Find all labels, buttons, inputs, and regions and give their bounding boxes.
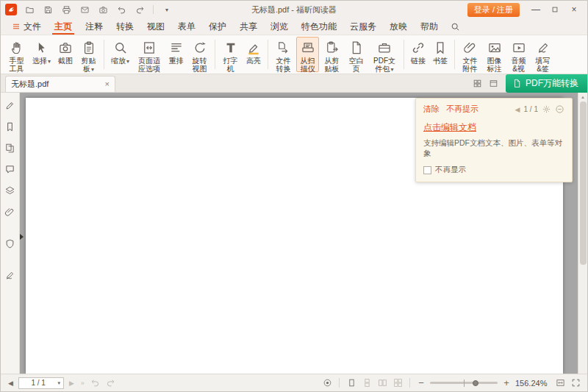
blank-page-icon — [349, 40, 364, 55]
snapshot-button[interactable]: 截图 — [55, 37, 76, 72]
previous-view-icon[interactable] — [90, 377, 101, 389]
zoom-slider-thumb[interactable] — [473, 380, 478, 386]
continuous-view-icon[interactable] — [361, 377, 373, 389]
menu-tab-features[interactable]: 特色功能 — [295, 18, 343, 35]
tab-grid-view-icon[interactable] — [469, 74, 485, 92]
edit-document-link[interactable]: 点击编辑文档 — [423, 121, 476, 134]
notify-prev-icon[interactable]: ◀ — [515, 106, 520, 113]
reflow-button[interactable]: 重排 — [166, 37, 187, 72]
menu-tab-cloud[interactable]: 云服务 — [343, 18, 383, 35]
blank-page-button[interactable]: 空白页 — [345, 37, 368, 72]
sidebar-page-thumbnails-icon[interactable] — [4, 141, 17, 154]
snapshot-quick-icon[interactable] — [96, 3, 110, 16]
select-tool-button[interactable]: 选择▾ — [29, 37, 54, 72]
scroll-up-icon[interactable]: ▲ — [581, 93, 585, 101]
cursor-icon — [35, 40, 49, 55]
new-window-icon[interactable] — [485, 74, 501, 92]
vertical-scrollbar[interactable]: ▲ — [578, 93, 587, 374]
document-viewer[interactable]: 清除 不再提示 ◀ 1 / 1 点击编辑文档 支持编辑PDF文档文本、图片、表单… — [20, 93, 587, 374]
facing-view-icon[interactable] — [376, 377, 388, 389]
save-icon[interactable] — [41, 3, 54, 16]
menu-tab-share[interactable]: 共享 — [233, 18, 264, 35]
fullscreen-icon[interactable] — [570, 377, 581, 389]
next-view-icon[interactable] — [105, 377, 117, 389]
fit-page-options-button[interactable]: 页面适应选项▾ — [134, 37, 165, 72]
maximize-button[interactable] — [546, 2, 564, 17]
zoom-in-icon[interactable]: + — [501, 377, 512, 388]
portfolio-icon — [377, 40, 392, 55]
app-window: ▾ 无标题.pdf - 福昕阅读器 登录 / 注册 — × 文件 主页 注释 转… — [0, 0, 588, 392]
continuous-facing-view-icon[interactable] — [392, 377, 404, 389]
fit-width-icon[interactable] — [554, 377, 566, 389]
ribbon-toolbar: 手型工具 选择▾ 截图 剪贴板▾ 缩放▾ 页面适应选项▾ 重排 旋转 — [1, 35, 587, 74]
notify-collapse-icon[interactable] — [555, 104, 564, 114]
tab-close-icon[interactable]: × — [105, 80, 110, 88]
menu-tab-form[interactable]: 表单 — [171, 18, 202, 35]
navigation-sidebar — [1, 93, 20, 374]
search-icon[interactable] — [445, 18, 466, 35]
redo-icon[interactable] — [133, 3, 146, 16]
sidebar-security-icon[interactable] — [4, 237, 17, 250]
menu-tab-home[interactable]: 主页 — [48, 18, 79, 35]
menu-tab-comment[interactable]: 注释 — [79, 18, 110, 35]
scrollbar-thumb[interactable] — [580, 101, 587, 265]
fill-sign-button[interactable]: 填写&签名 — [531, 37, 554, 72]
file-attachment-button[interactable]: 文件附件 — [459, 37, 481, 72]
bookmark-button[interactable]: 书签 — [430, 37, 451, 72]
notify-clear-link[interactable]: 清除 — [423, 104, 440, 115]
zoom-button[interactable]: 缩放▾ — [108, 37, 132, 72]
login-register-button[interactable]: 登录 / 注册 — [467, 3, 520, 17]
sidebar-edit-icon[interactable] — [4, 99, 17, 112]
status-separator — [339, 378, 340, 388]
previous-page-icon[interactable]: ◀ — [7, 379, 15, 387]
typewriter-button[interactable]: 打字机 — [219, 37, 242, 72]
clipboard-button[interactable]: 剪贴板▾ — [77, 37, 100, 72]
zoom-out-icon[interactable]: − — [416, 377, 426, 388]
hand-tool-button[interactable]: 手型工具 — [5, 37, 28, 72]
email-icon[interactable] — [78, 3, 91, 16]
caret-down-icon: ▾ — [126, 58, 129, 65]
image-annotation-button[interactable]: 图像标注 — [483, 37, 506, 72]
pdf-converter-button[interactable]: PDF万能转换 — [506, 74, 587, 93]
notify-dont-prompt-link[interactable]: 不再提示 — [446, 104, 478, 115]
pdf-portfolio-button[interactable]: PDF文件包▾ — [369, 37, 400, 72]
dont-show-label: 不再显示 — [435, 165, 466, 175]
audio-video-button[interactable]: 音频&视频 — [507, 37, 530, 72]
read-mode-icon[interactable] — [321, 377, 333, 389]
open-file-icon[interactable] — [23, 3, 36, 16]
menu-tab-view[interactable]: 视图 — [140, 18, 171, 35]
next-page-icon[interactable]: ▶ — [68, 379, 76, 387]
from-clipboard-button[interactable]: 从剪贴板 — [320, 37, 343, 72]
undo-icon[interactable] — [115, 3, 128, 16]
sidebar-bookmarks-icon[interactable] — [4, 120, 17, 133]
link-icon — [411, 40, 426, 55]
zoom-slider[interactable] — [430, 378, 498, 388]
zoom-percentage[interactable]: 156.24% — [515, 379, 551, 388]
menu-tab-browse[interactable]: 浏览 — [264, 18, 295, 35]
sidebar-layers-icon[interactable] — [4, 184, 17, 197]
page-number-box[interactable]: 1 / 1 ▾ — [18, 377, 64, 389]
minimize-button[interactable]: — — [527, 2, 545, 17]
menu-tab-convert[interactable]: 转换 — [110, 18, 140, 35]
menu-file[interactable]: 文件 — [5, 18, 48, 35]
single-page-view-icon[interactable] — [345, 377, 357, 389]
from-scanner-button[interactable]: 从扫描仪 — [296, 37, 319, 72]
last-page-icon[interactable]: » — [79, 379, 86, 387]
rotate-view-button[interactable]: 旋转视图▾ — [188, 37, 211, 72]
print-icon[interactable] — [60, 3, 73, 16]
file-convert-button[interactable]: 文件转换▾ — [272, 37, 295, 72]
sidebar-signature-icon[interactable] — [4, 268, 17, 282]
close-button[interactable]: × — [565, 2, 583, 17]
link-button[interactable]: 链接 — [408, 37, 429, 72]
dont-show-checkbox[interactable] — [423, 166, 431, 174]
highlight-button[interactable]: 高亮 — [243, 37, 264, 72]
sidebar-comments-icon[interactable] — [4, 163, 17, 176]
menu-tab-help[interactable]: 帮助 — [414, 18, 445, 35]
menu-tab-protect[interactable]: 保护 — [202, 18, 233, 35]
document-tab[interactable]: 无标题.pdf × — [5, 76, 115, 92]
sidebar-expand-arrow[interactable] — [20, 234, 24, 240]
sidebar-attachments-icon[interactable] — [4, 205, 17, 218]
notify-settings-gear-icon[interactable] — [542, 104, 551, 114]
customize-toolbar-caret-icon[interactable]: ▾ — [160, 3, 173, 16]
menu-tab-slideshow[interactable]: 放映 — [383, 18, 414, 35]
